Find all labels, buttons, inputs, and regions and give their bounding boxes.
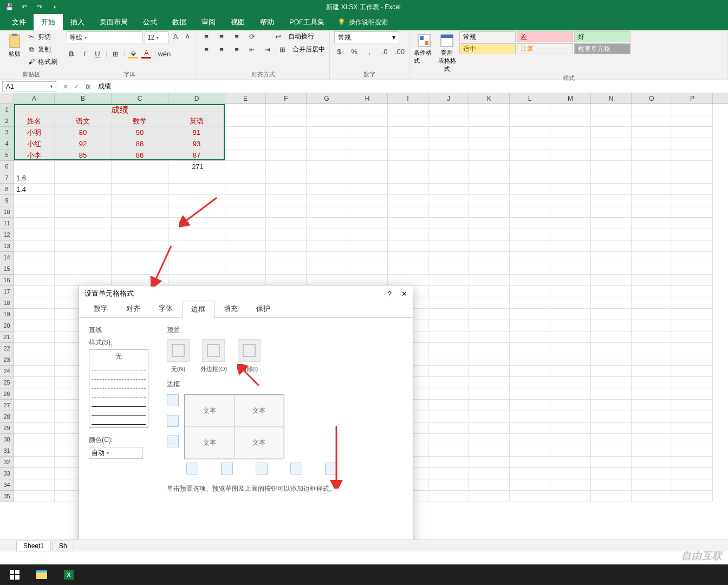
cell[interactable] (225, 206, 266, 218)
cell[interactable] (307, 218, 347, 229)
align-top-icon[interactable]: ≡ (202, 31, 211, 41)
cell[interactable] (550, 286, 591, 297)
cell[interactable] (55, 252, 112, 263)
row-header[interactable]: 30 (0, 434, 14, 445)
cell[interactable] (672, 138, 713, 150)
cell[interactable] (591, 388, 632, 400)
cell[interactable] (168, 184, 225, 195)
column-header[interactable]: N (591, 93, 632, 103)
cell[interactable]: 语文 (55, 115, 112, 127)
cell[interactable] (388, 218, 428, 229)
cell[interactable] (307, 206, 347, 218)
cell[interactable] (672, 468, 713, 479)
cell[interactable] (672, 445, 713, 457)
cell[interactable] (550, 218, 591, 229)
tab-view[interactable]: 视图 (223, 14, 252, 30)
cell[interactable] (672, 388, 713, 400)
cell[interactable] (632, 206, 672, 218)
cell[interactable] (14, 332, 55, 343)
cell[interactable] (550, 252, 591, 263)
fx-icon[interactable]: fx (86, 83, 95, 90)
cell[interactable] (510, 195, 550, 206)
border-diag1-button[interactable] (186, 463, 198, 474)
column-header[interactable]: K (469, 93, 510, 103)
row-header[interactable]: 27 (0, 400, 14, 411)
excel-taskbar-icon[interactable]: X (57, 567, 80, 583)
cell[interactable] (469, 240, 510, 252)
cell[interactable] (591, 491, 632, 502)
cell[interactable] (388, 206, 428, 218)
cell[interactable] (428, 445, 469, 457)
cell[interactable] (672, 309, 713, 320)
row-header[interactable]: 19 (0, 309, 14, 320)
cell[interactable] (14, 229, 55, 240)
cell[interactable] (266, 138, 307, 150)
align-center-icon[interactable]: ≡ (217, 44, 226, 54)
shrink-font-icon[interactable]: A (183, 31, 192, 41)
cell[interactable] (14, 218, 55, 229)
cell[interactable] (550, 491, 591, 502)
cell[interactable] (510, 343, 550, 354)
cell[interactable] (266, 263, 307, 275)
cell[interactable] (672, 184, 713, 195)
column-header[interactable]: G (307, 93, 347, 103)
cell[interactable] (428, 388, 469, 400)
align-left-icon[interactable]: ≡ (202, 44, 211, 54)
cell[interactable] (428, 172, 469, 184)
cell[interactable] (550, 104, 591, 115)
cell[interactable] (672, 491, 713, 502)
cell[interactable] (632, 377, 672, 388)
cell[interactable] (14, 434, 55, 445)
row-header[interactable]: 26 (0, 388, 14, 400)
cut-button[interactable]: ✂剪切 (27, 31, 57, 42)
cell[interactable] (428, 104, 469, 115)
cell[interactable] (550, 195, 591, 206)
column-header[interactable]: P (672, 93, 713, 103)
cell[interactable] (168, 263, 225, 275)
line-style-list[interactable]: 无 (89, 349, 148, 428)
cell[interactable] (428, 422, 469, 434)
row-header[interactable]: 34 (0, 479, 14, 491)
painter-button[interactable]: 🖌格式刷 (27, 56, 57, 67)
cell[interactable] (388, 115, 428, 127)
cell[interactable] (347, 104, 388, 115)
column-header[interactable]: L (510, 93, 550, 103)
cell[interactable] (632, 354, 672, 366)
cell[interactable] (550, 332, 591, 343)
cell[interactable] (347, 161, 388, 172)
cell[interactable]: 小明 (14, 127, 55, 138)
cell[interactable] (14, 240, 55, 252)
cell[interactable] (428, 309, 469, 320)
row-header[interactable]: 33 (0, 468, 14, 479)
cell[interactable] (672, 218, 713, 229)
align-right-icon[interactable]: ≡ (232, 44, 242, 54)
font-size-combo[interactable]: 12▾ (145, 31, 168, 43)
row-header[interactable]: 18 (0, 297, 14, 309)
cell[interactable]: 88 (112, 138, 168, 150)
cell[interactable] (550, 411, 591, 422)
cell[interactable] (55, 184, 112, 195)
cell[interactable] (266, 240, 307, 252)
cell[interactable] (550, 161, 591, 172)
cell[interactable] (591, 252, 632, 263)
sheet-tab-2[interactable]: Sh (52, 541, 74, 551)
merged-title-cell[interactable]: 成绩 (14, 104, 225, 115)
cell[interactable] (266, 127, 307, 138)
cell[interactable] (428, 127, 469, 138)
cell[interactable] (307, 252, 347, 263)
cell[interactable] (632, 286, 672, 297)
cell[interactable] (469, 184, 510, 195)
cell[interactable] (347, 195, 388, 206)
dialog-tab[interactable]: 字体 (150, 300, 182, 317)
help-icon[interactable]: ? (388, 290, 392, 298)
cell[interactable] (632, 445, 672, 457)
cell[interactable] (14, 388, 55, 400)
cell[interactable] (112, 206, 168, 218)
cell[interactable] (550, 320, 591, 332)
cell[interactable] (510, 354, 550, 366)
tab-file[interactable]: 文件 (4, 14, 34, 30)
cell[interactable] (55, 218, 112, 229)
cell[interactable]: 86 (112, 150, 168, 161)
cell[interactable] (632, 297, 672, 309)
cell[interactable] (510, 468, 550, 479)
